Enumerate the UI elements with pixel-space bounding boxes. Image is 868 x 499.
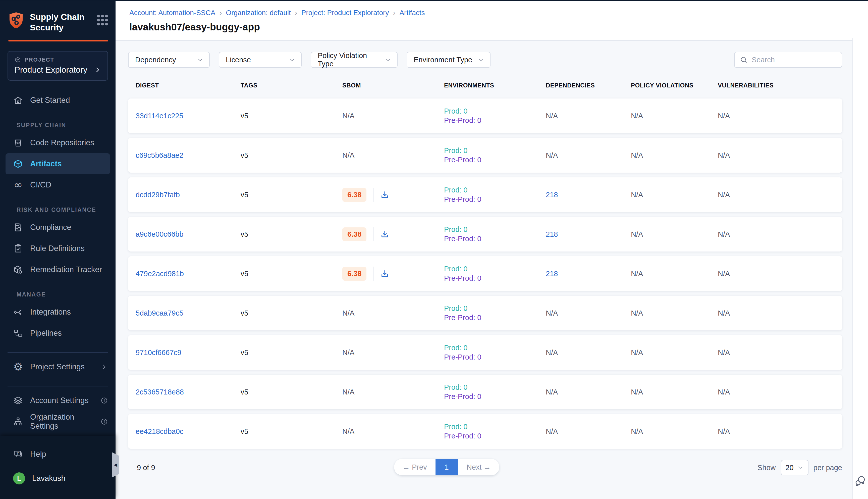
sidebar-item-get-started[interactable]: Get Started: [0, 90, 115, 111]
app-grid-icon[interactable]: [97, 14, 108, 26]
sidebar-item-integrations[interactable]: Integrations: [0, 302, 115, 322]
main-area: Account: Automation-SSCA › Organization:…: [115, 0, 868, 499]
prev-button[interactable]: ← Prev: [394, 459, 435, 475]
download-icon[interactable]: [380, 190, 389, 199]
sidebar-item-rule-definitions[interactable]: Rule Definitions: [0, 238, 115, 259]
breadcrumb-artifacts[interactable]: Artifacts: [399, 9, 425, 17]
download-icon[interactable]: [380, 229, 389, 239]
table-row: a9c6e00c66bb v5 6.38 Prod: 0 Pre-Prod: 0…: [128, 217, 842, 252]
download-icon[interactable]: [380, 269, 389, 278]
sbom-cell: 6.38: [342, 188, 444, 202]
col-header-tags: TAGS: [240, 82, 342, 89]
top-edge-bar: [0, 0, 868, 1]
policy-violations-cell: N/A: [631, 427, 718, 436]
search-input[interactable]: [752, 56, 836, 64]
breadcrumb-separator: ›: [219, 9, 222, 17]
digest-link[interactable]: ee4218cdba0c: [136, 427, 183, 436]
cube-icon: [13, 159, 23, 169]
dependencies-link[interactable]: 218: [546, 270, 558, 278]
project-selector[interactable]: PROJECT Product Exploratory: [8, 51, 108, 81]
vulnerabilities-cell: N/A: [718, 191, 842, 199]
table-row: 2c5365718e88 v5 N/A Prod: 0 Pre-Prod: 0 …: [128, 375, 842, 409]
filter-label: License: [226, 56, 251, 64]
sbom-cell: N/A: [342, 388, 444, 396]
sidebar-item-organization-settings[interactable]: Organization Settings: [0, 411, 115, 432]
sidebar-item-label: Rule Definitions: [30, 244, 85, 253]
sidebar-collapse-handle[interactable]: ◀: [112, 452, 119, 477]
col-header-vulnerabilities: VULNERABILITIES: [718, 82, 842, 89]
chat-bubbles-icon[interactable]: [854, 475, 867, 487]
svg-text:?: ?: [16, 451, 19, 455]
sbom-cell: N/A: [342, 309, 444, 317]
breadcrumb-account[interactable]: Account: Automation-SSCA: [129, 9, 215, 17]
breadcrumb-organization[interactable]: Organization: default: [226, 9, 290, 17]
sidebar-item-code-repositories[interactable]: Code Repositories: [0, 132, 115, 153]
environments-cell: Prod: 0 Pre-Prod: 0: [444, 304, 546, 322]
filter-license[interactable]: License: [219, 52, 302, 68]
table-row: 33d114e1c225 v5 N/A Prod: 0 Pre-Prod: 0 …: [128, 98, 842, 133]
digest-link[interactable]: c69c5b6a8ae2: [136, 151, 183, 159]
table-row: c69c5b6a8ae2 v5 N/A Prod: 0 Pre-Prod: 0 …: [128, 138, 842, 173]
environments-cell: Prod: 0 Pre-Prod: 0: [444, 107, 546, 125]
env-prod: Prod: 0: [444, 304, 546, 313]
sidebar-item-account-settings[interactable]: Account Settings: [0, 390, 115, 411]
info-icon[interactable]: [100, 397, 108, 404]
table-row: ee4218cdba0c v5 N/A Prod: 0 Pre-Prod: 0 …: [128, 414, 842, 449]
sidebar-heading-manage: MANAGE: [16, 291, 115, 298]
sidebar-item-compliance[interactable]: Compliance: [0, 217, 115, 238]
sidebar-item-cicd[interactable]: ∞ CI/CD: [0, 174, 115, 195]
tags-cell: v5: [240, 427, 342, 436]
sidebar-item-label: Compliance: [30, 223, 71, 232]
filter-label: Dependency: [135, 56, 176, 64]
divider: [8, 386, 108, 387]
digest-link[interactable]: 33d114e1c225: [136, 112, 183, 120]
env-preprod: Pre-Prod: 0: [444, 313, 546, 322]
box-tag-icon: [13, 265, 23, 275]
sidebar-item-artifacts[interactable]: Artifacts: [5, 153, 110, 174]
filter-environment-type[interactable]: Environment Type: [407, 52, 491, 68]
digest-link[interactable]: a9c6e00c66bb: [136, 230, 183, 238]
search-icon: [740, 56, 748, 64]
app-logo-row: Supply Chain Security: [0, 0, 115, 33]
sidebar-item-remediation-tracker[interactable]: Remediation Tracker: [0, 259, 115, 280]
next-button[interactable]: Next →: [458, 459, 499, 475]
dependencies-link[interactable]: 218: [546, 191, 558, 199]
sidebar-item-label: Get Started: [30, 96, 70, 105]
sidebar-nav: Get Started SUPPLY CHAIN Code Repositori…: [0, 90, 115, 432]
filter-dependency[interactable]: Dependency: [128, 52, 210, 68]
env-preprod: Pre-Prod: 0: [444, 353, 546, 362]
env-prod: Prod: 0: [444, 422, 546, 431]
sidebar-item-project-settings[interactable]: ⚙ Project Settings: [0, 356, 115, 377]
breadcrumb-project[interactable]: Project: Product Exploratory: [301, 9, 389, 17]
sidebar-item-label: Remediation Tracker: [30, 265, 102, 274]
search-box: [734, 52, 842, 68]
sidebar-item-pipelines[interactable]: Pipelines: [0, 322, 115, 344]
sidebar-item-label: Organization Settings: [30, 413, 94, 431]
tags-cell: v5: [240, 349, 342, 357]
org-chart-gear-icon: [13, 417, 23, 427]
digest-link[interactable]: 5dab9caa79c5: [136, 309, 183, 317]
policy-violations-cell: N/A: [631, 112, 718, 120]
sidebar-item-help[interactable]: ? Help: [0, 444, 115, 465]
digest-link[interactable]: 479e2acd981b: [136, 270, 184, 278]
gear-icon: ⚙: [13, 362, 23, 372]
digest-link[interactable]: 2c5365718e88: [136, 388, 184, 396]
vulnerabilities-cell: N/A: [718, 230, 842, 239]
info-icon[interactable]: [100, 418, 108, 425]
env-preprod: Pre-Prod: 0: [444, 116, 546, 125]
dependencies-link[interactable]: 218: [546, 230, 558, 238]
environments-cell: Prod: 0 Pre-Prod: 0: [444, 422, 546, 441]
env-prod: Prod: 0: [444, 107, 546, 116]
page-1-button[interactable]: 1: [435, 459, 458, 475]
supply-chain-security-logo-icon: [8, 12, 24, 29]
clipboard-check-icon: [13, 243, 23, 254]
chevron-down-icon: [797, 464, 804, 471]
digest-link[interactable]: dcdd29b7fafb: [136, 191, 180, 199]
vulnerabilities-cell: N/A: [718, 270, 842, 278]
user-menu[interactable]: L Lavakush: [0, 468, 115, 489]
digest-link[interactable]: 9710cf6667c9: [136, 349, 181, 356]
integrations-icon: [13, 307, 23, 317]
per-page-select[interactable]: 20: [781, 460, 808, 475]
breadcrumb-separator: ›: [295, 9, 297, 17]
filter-policy-violation-type[interactable]: Policy Violation Type: [311, 52, 398, 68]
